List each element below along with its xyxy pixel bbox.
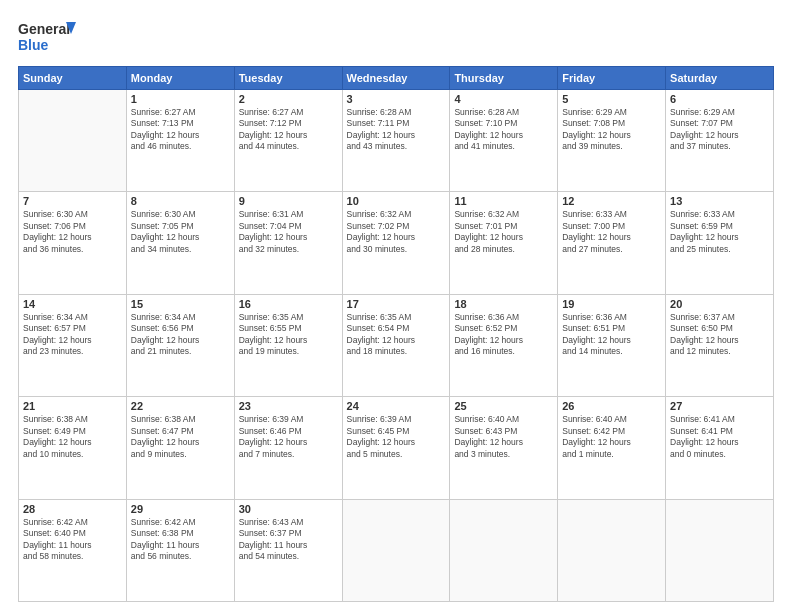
calendar-cell: 16Sunrise: 6:35 AM Sunset: 6:55 PM Dayli… [234,294,342,396]
calendar-cell: 1Sunrise: 6:27 AM Sunset: 7:13 PM Daylig… [126,90,234,192]
calendar-cell: 6Sunrise: 6:29 AM Sunset: 7:07 PM Daylig… [666,90,774,192]
day-info: Sunrise: 6:27 AM Sunset: 7:12 PM Dayligh… [239,107,338,153]
day-info: Sunrise: 6:36 AM Sunset: 6:51 PM Dayligh… [562,312,661,358]
day-number: 29 [131,503,230,515]
calendar-header-sunday: Sunday [19,67,127,90]
calendar-cell [666,499,774,601]
day-number: 27 [670,400,769,412]
day-info: Sunrise: 6:43 AM Sunset: 6:37 PM Dayligh… [239,517,338,563]
day-number: 13 [670,195,769,207]
calendar-cell [342,499,450,601]
day-info: Sunrise: 6:35 AM Sunset: 6:54 PM Dayligh… [347,312,446,358]
day-info: Sunrise: 6:30 AM Sunset: 7:06 PM Dayligh… [23,209,122,255]
calendar-cell: 18Sunrise: 6:36 AM Sunset: 6:52 PM Dayli… [450,294,558,396]
calendar-cell [450,499,558,601]
day-info: Sunrise: 6:27 AM Sunset: 7:13 PM Dayligh… [131,107,230,153]
day-number: 1 [131,93,230,105]
calendar-cell: 2Sunrise: 6:27 AM Sunset: 7:12 PM Daylig… [234,90,342,192]
calendar-week-row: 7Sunrise: 6:30 AM Sunset: 7:06 PM Daylig… [19,192,774,294]
day-info: Sunrise: 6:42 AM Sunset: 6:38 PM Dayligh… [131,517,230,563]
calendar-cell: 28Sunrise: 6:42 AM Sunset: 6:40 PM Dayli… [19,499,127,601]
calendar-cell: 8Sunrise: 6:30 AM Sunset: 7:05 PM Daylig… [126,192,234,294]
calendar-cell: 25Sunrise: 6:40 AM Sunset: 6:43 PM Dayli… [450,397,558,499]
day-number: 23 [239,400,338,412]
day-info: Sunrise: 6:31 AM Sunset: 7:04 PM Dayligh… [239,209,338,255]
day-number: 17 [347,298,446,310]
svg-text:General: General [18,21,70,37]
day-number: 22 [131,400,230,412]
day-info: Sunrise: 6:34 AM Sunset: 6:57 PM Dayligh… [23,312,122,358]
calendar-cell: 13Sunrise: 6:33 AM Sunset: 6:59 PM Dayli… [666,192,774,294]
day-info: Sunrise: 6:34 AM Sunset: 6:56 PM Dayligh… [131,312,230,358]
calendar-cell: 11Sunrise: 6:32 AM Sunset: 7:01 PM Dayli… [450,192,558,294]
day-info: Sunrise: 6:30 AM Sunset: 7:05 PM Dayligh… [131,209,230,255]
calendar-cell [558,499,666,601]
calendar-cell: 29Sunrise: 6:42 AM Sunset: 6:38 PM Dayli… [126,499,234,601]
day-number: 30 [239,503,338,515]
day-number: 7 [23,195,122,207]
calendar-cell: 27Sunrise: 6:41 AM Sunset: 6:41 PM Dayli… [666,397,774,499]
day-info: Sunrise: 6:29 AM Sunset: 7:07 PM Dayligh… [670,107,769,153]
day-info: Sunrise: 6:40 AM Sunset: 6:43 PM Dayligh… [454,414,553,460]
day-info: Sunrise: 6:42 AM Sunset: 6:40 PM Dayligh… [23,517,122,563]
day-number: 15 [131,298,230,310]
calendar-header-thursday: Thursday [450,67,558,90]
day-number: 2 [239,93,338,105]
day-number: 8 [131,195,230,207]
calendar-header-row: SundayMondayTuesdayWednesdayThursdayFrid… [19,67,774,90]
day-number: 24 [347,400,446,412]
day-info: Sunrise: 6:33 AM Sunset: 7:00 PM Dayligh… [562,209,661,255]
calendar-cell: 24Sunrise: 6:39 AM Sunset: 6:45 PM Dayli… [342,397,450,499]
day-info: Sunrise: 6:40 AM Sunset: 6:42 PM Dayligh… [562,414,661,460]
calendar-cell: 22Sunrise: 6:38 AM Sunset: 6:47 PM Dayli… [126,397,234,499]
day-number: 3 [347,93,446,105]
day-number: 18 [454,298,553,310]
svg-text:Blue: Blue [18,37,49,53]
calendar-header-tuesday: Tuesday [234,67,342,90]
day-number: 10 [347,195,446,207]
calendar-cell: 17Sunrise: 6:35 AM Sunset: 6:54 PM Dayli… [342,294,450,396]
day-number: 28 [23,503,122,515]
calendar-cell: 3Sunrise: 6:28 AM Sunset: 7:11 PM Daylig… [342,90,450,192]
calendar-cell: 7Sunrise: 6:30 AM Sunset: 7:06 PM Daylig… [19,192,127,294]
calendar: SundayMondayTuesdayWednesdayThursdayFrid… [18,66,774,602]
day-number: 11 [454,195,553,207]
day-number: 20 [670,298,769,310]
day-number: 19 [562,298,661,310]
calendar-cell: 26Sunrise: 6:40 AM Sunset: 6:42 PM Dayli… [558,397,666,499]
day-info: Sunrise: 6:29 AM Sunset: 7:08 PM Dayligh… [562,107,661,153]
calendar-cell: 10Sunrise: 6:32 AM Sunset: 7:02 PM Dayli… [342,192,450,294]
calendar-cell: 9Sunrise: 6:31 AM Sunset: 7:04 PM Daylig… [234,192,342,294]
calendar-cell: 12Sunrise: 6:33 AM Sunset: 7:00 PM Dayli… [558,192,666,294]
day-number: 14 [23,298,122,310]
day-number: 25 [454,400,553,412]
calendar-cell: 4Sunrise: 6:28 AM Sunset: 7:10 PM Daylig… [450,90,558,192]
day-number: 6 [670,93,769,105]
day-number: 9 [239,195,338,207]
calendar-week-row: 14Sunrise: 6:34 AM Sunset: 6:57 PM Dayli… [19,294,774,396]
calendar-cell: 23Sunrise: 6:39 AM Sunset: 6:46 PM Dayli… [234,397,342,499]
calendar-cell: 30Sunrise: 6:43 AM Sunset: 6:37 PM Dayli… [234,499,342,601]
day-number: 12 [562,195,661,207]
day-info: Sunrise: 6:32 AM Sunset: 7:01 PM Dayligh… [454,209,553,255]
calendar-cell: 19Sunrise: 6:36 AM Sunset: 6:51 PM Dayli… [558,294,666,396]
calendar-cell: 21Sunrise: 6:38 AM Sunset: 6:49 PM Dayli… [19,397,127,499]
day-info: Sunrise: 6:39 AM Sunset: 6:46 PM Dayligh… [239,414,338,460]
day-number: 16 [239,298,338,310]
calendar-week-row: 21Sunrise: 6:38 AM Sunset: 6:49 PM Dayli… [19,397,774,499]
day-number: 26 [562,400,661,412]
day-number: 21 [23,400,122,412]
day-info: Sunrise: 6:39 AM Sunset: 6:45 PM Dayligh… [347,414,446,460]
day-number: 4 [454,93,553,105]
day-info: Sunrise: 6:33 AM Sunset: 6:59 PM Dayligh… [670,209,769,255]
day-info: Sunrise: 6:28 AM Sunset: 7:11 PM Dayligh… [347,107,446,153]
calendar-header-wednesday: Wednesday [342,67,450,90]
calendar-cell [19,90,127,192]
calendar-cell: 5Sunrise: 6:29 AM Sunset: 7:08 PM Daylig… [558,90,666,192]
calendar-header-saturday: Saturday [666,67,774,90]
calendar-cell: 14Sunrise: 6:34 AM Sunset: 6:57 PM Dayli… [19,294,127,396]
day-info: Sunrise: 6:36 AM Sunset: 6:52 PM Dayligh… [454,312,553,358]
day-info: Sunrise: 6:32 AM Sunset: 7:02 PM Dayligh… [347,209,446,255]
day-info: Sunrise: 6:38 AM Sunset: 6:49 PM Dayligh… [23,414,122,460]
day-info: Sunrise: 6:38 AM Sunset: 6:47 PM Dayligh… [131,414,230,460]
